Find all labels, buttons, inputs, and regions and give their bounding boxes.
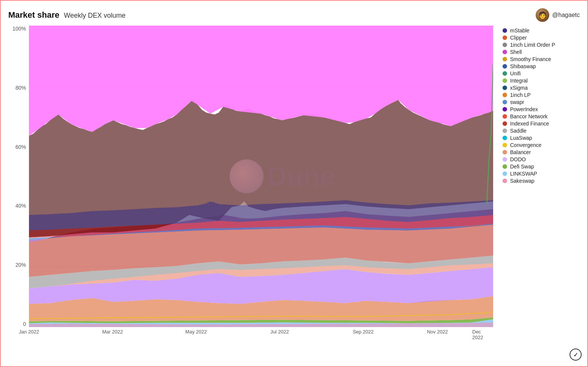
x-label-jul: Jul 2022 bbox=[270, 329, 289, 335]
legend-dot-convergence bbox=[503, 143, 507, 147]
legend-dot-clipper bbox=[503, 35, 507, 40]
header-left: Market share Weekly DEX volume bbox=[8, 10, 125, 20]
legend-label-clipper: Clipper bbox=[510, 35, 527, 41]
legend-item-linkswap: LINKSWAP bbox=[503, 171, 580, 177]
legend-item-smoothy: Smoothy Finance bbox=[503, 56, 580, 62]
legend-item-saddle: Saddle bbox=[503, 128, 580, 134]
y-axis: 100% 80% 60% 40% 20% 0 bbox=[8, 26, 29, 327]
legend-label-convergence: Convergence bbox=[510, 142, 541, 148]
legend-label-1inch-limit: 1inch Limit Order P bbox=[510, 42, 555, 48]
chart-svg-container: Dune bbox=[29, 26, 493, 327]
legend-item-1inch-lp: 1inch LP bbox=[503, 92, 580, 98]
legend-item-swapr: swapr bbox=[503, 99, 580, 105]
legend-item-sakeswap: Sakeswap bbox=[503, 178, 580, 184]
x-label-mar: Mar 2022 bbox=[102, 329, 123, 335]
legend-label-xsigma: xSigma bbox=[510, 85, 528, 91]
y-label-100: 100% bbox=[8, 26, 29, 32]
x-label-may: May 2022 bbox=[185, 329, 207, 335]
x-label-jan: Jan 2022 bbox=[19, 329, 39, 335]
y-label-40: 40% bbox=[8, 203, 29, 209]
legend-item-unifi: Unifi bbox=[503, 70, 580, 76]
legend-dot-shell bbox=[503, 50, 507, 54]
legend-label-mstable: mStable bbox=[510, 28, 529, 34]
x-axis: Jan 2022 Mar 2022 May 2022 Jul 2022 Sep … bbox=[29, 327, 493, 342]
legend-dot-defi-swap bbox=[503, 164, 507, 169]
legend-dot-bancor bbox=[503, 114, 507, 119]
y-label-80: 80% bbox=[8, 85, 29, 91]
legend-item-luaswap: LuaSwap bbox=[503, 135, 580, 141]
main-container: Market share Weekly DEX volume 🧑 @hagaet… bbox=[0, 0, 588, 367]
legend-dot-powerindex bbox=[503, 107, 507, 112]
legend-label-integral: Integral bbox=[510, 78, 528, 84]
checkmark-icon: ✓ bbox=[573, 351, 578, 358]
user-info: 🧑 @hagaetc bbox=[536, 8, 580, 22]
legend-dot-shibaswap bbox=[503, 64, 507, 69]
x-label-sep: Sep 2022 bbox=[353, 329, 374, 335]
y-label-0: 0 bbox=[8, 321, 29, 327]
chart-subtitle: Weekly DEX volume bbox=[64, 12, 126, 20]
legend-label-smoothy: Smoothy Finance bbox=[510, 56, 551, 62]
checkmark-badge[interactable]: ✓ bbox=[570, 349, 582, 361]
legend-label-defi-swap: Defi Swap bbox=[510, 164, 534, 170]
legend-dot-dodo bbox=[503, 157, 507, 162]
legend-label-indexed: Indexed Finance bbox=[510, 121, 549, 127]
legend-dot-xsigma bbox=[503, 86, 507, 90]
legend-item-bancor: Bancor Network bbox=[503, 113, 580, 119]
avatar: 🧑 bbox=[536, 8, 549, 22]
username: @hagaetc bbox=[552, 12, 580, 18]
legend-item-indexed: Indexed Finance bbox=[503, 121, 580, 127]
legend-label-unifi: Unifi bbox=[510, 70, 521, 76]
legend-item-shibaswap: Shibaswap bbox=[503, 63, 580, 69]
legend-dot-1inch-limit bbox=[503, 43, 507, 47]
legend-item-1inch-limit: 1inch Limit Order P bbox=[503, 42, 580, 48]
legend-dot-sakeswap bbox=[503, 179, 507, 183]
legend-item-defi-swap: Defi Swap bbox=[503, 164, 580, 170]
chart-svg bbox=[29, 26, 493, 327]
x-label-dec: Dec 2022 bbox=[472, 329, 486, 340]
legend-label-powerindex: PowerIndex bbox=[510, 106, 538, 112]
legend-dot-swapr bbox=[503, 100, 507, 104]
legend-item-integral: Integral bbox=[503, 78, 580, 84]
legend: mStable Clipper 1inch Limit Order P Shel… bbox=[497, 26, 580, 342]
legend-label-swapr: swapr bbox=[510, 99, 524, 105]
header: Market share Weekly DEX volume 🧑 @hagaet… bbox=[8, 8, 580, 22]
legend-label-linkswap: LINKSWAP bbox=[510, 171, 537, 177]
legend-item-mstable: mStable bbox=[503, 28, 580, 34]
legend-item-balancer: Balancer bbox=[503, 149, 580, 155]
legend-item-dodo: DODO bbox=[503, 156, 580, 162]
legend-label-luaswap: LuaSwap bbox=[510, 135, 532, 141]
legend-label-saddle: Saddle bbox=[510, 128, 527, 134]
legend-label-shibaswap: Shibaswap bbox=[510, 63, 536, 69]
x-label-nov: Nov 2022 bbox=[427, 329, 448, 335]
legend-dot-balancer bbox=[503, 150, 507, 154]
legend-item-powerindex: PowerIndex bbox=[503, 106, 580, 112]
chart-area: 100% 80% 60% 40% 20% 0 bbox=[8, 26, 580, 342]
legend-label-1inch-lp: 1inch LP bbox=[510, 92, 530, 98]
y-label-60: 60% bbox=[8, 144, 29, 150]
legend-dot-integral bbox=[503, 78, 507, 83]
legend-label-bancor: Bancor Network bbox=[510, 113, 548, 119]
legend-label-dodo: DODO bbox=[510, 156, 526, 162]
legend-dot-1inch-lp bbox=[503, 93, 507, 97]
legend-label-sakeswap: Sakeswap bbox=[510, 178, 535, 184]
legend-dot-luaswap bbox=[503, 136, 507, 140]
chart-wrapper: 100% 80% 60% 40% 20% 0 bbox=[8, 26, 497, 342]
legend-item-clipper: Clipper bbox=[503, 35, 580, 41]
y-label-20: 20% bbox=[8, 262, 29, 268]
legend-label-shell: Shell bbox=[510, 49, 522, 55]
legend-item-shell: Shell bbox=[503, 49, 580, 55]
legend-label-balancer: Balancer bbox=[510, 149, 531, 155]
legend-dot-unifi bbox=[503, 71, 507, 76]
legend-item-convergence: Convergence bbox=[503, 142, 580, 148]
legend-item-xsigma: xSigma bbox=[503, 85, 580, 91]
chart-title: Market share bbox=[8, 10, 59, 20]
legend-dot-saddle bbox=[503, 128, 507, 133]
legend-dot-linkswap bbox=[503, 171, 507, 176]
legend-dot-indexed bbox=[503, 121, 507, 126]
legend-dot-mstable bbox=[503, 28, 507, 33]
legend-dot-smoothy bbox=[503, 57, 507, 61]
